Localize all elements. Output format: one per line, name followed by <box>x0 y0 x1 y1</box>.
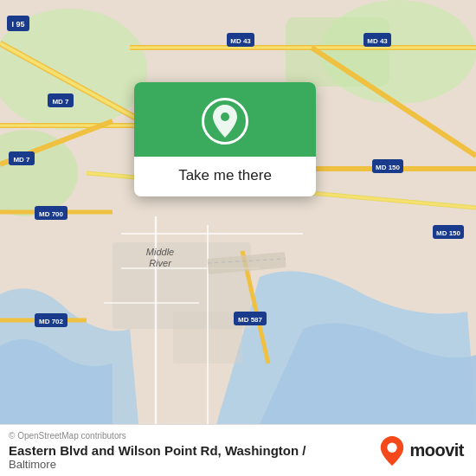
map-svg: I 95 MD 7 MD 7 MD 43 MD 43 MD 150 MD 150… <box>0 0 476 424</box>
map-container: I 95 MD 7 MD 7 MD 43 MD 43 MD 150 MD 150… <box>0 0 476 424</box>
svg-point-51 <box>388 442 397 452</box>
svg-text:MD 150: MD 150 <box>376 164 401 171</box>
svg-text:MD 700: MD 700 <box>39 210 64 218</box>
moovit-text: moovit <box>409 441 464 460</box>
svg-point-50 <box>221 113 229 121</box>
popup-button-section: Take me there <box>134 157 316 196</box>
moovit-logo: moovit <box>380 436 464 466</box>
svg-text:MD 43: MD 43 <box>367 37 388 45</box>
location-name: Eastern Blvd and Wilson Point Rd, Washin… <box>9 443 306 458</box>
svg-text:Middle: Middle <box>146 247 174 257</box>
footer: © OpenStreetMap contributors Eastern Blv… <box>0 424 476 476</box>
location-icon-circle <box>202 98 248 145</box>
svg-text:MD 150: MD 150 <box>436 229 461 237</box>
svg-rect-4 <box>286 17 389 87</box>
location-pin-icon <box>211 105 239 138</box>
take-me-there-button[interactable]: Take me there <box>150 165 300 186</box>
location-city: Baltimore <box>9 458 306 471</box>
svg-text:MD 702: MD 702 <box>39 318 64 325</box>
svg-text:MD 587: MD 587 <box>238 316 263 324</box>
svg-text:MD 7: MD 7 <box>13 156 30 164</box>
moovit-pin-icon <box>380 436 404 466</box>
svg-text:MD 43: MD 43 <box>230 37 251 45</box>
svg-text:River: River <box>149 258 172 268</box>
popup-green-section <box>134 82 316 157</box>
svg-text:I 95: I 95 <box>11 20 24 29</box>
popup-card: Take me there <box>134 82 316 196</box>
footer-left: © OpenStreetMap contributors Eastern Blv… <box>9 431 306 471</box>
copyright-text: © OpenStreetMap contributors <box>9 431 306 441</box>
svg-text:MD 7: MD 7 <box>52 98 69 106</box>
